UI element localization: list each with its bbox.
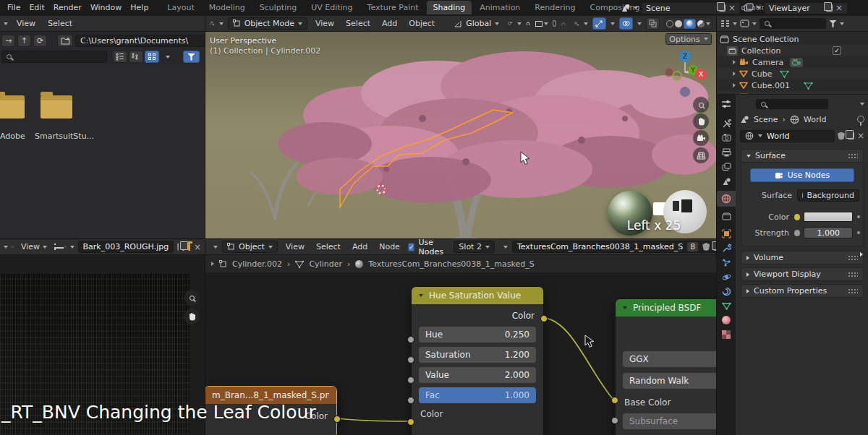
nav-refresh-button[interactable]: ⟳ [33, 35, 47, 47]
magnet-icon[interactable] [526, 20, 530, 28]
viewport-canvas[interactable]: User Perspective (1) Collection | Cylind… [205, 32, 716, 238]
mode-dropdown[interactable]: Object Mode [228, 17, 307, 30]
snap-with-dropdown[interactable] [535, 21, 548, 27]
file-search-input[interactable] [1, 51, 107, 63]
collection-checkbox[interactable]: ✓ [833, 46, 841, 55]
display-thumbnail-button[interactable] [145, 51, 159, 63]
open-image-folder-icon[interactable] [188, 244, 190, 251]
menu-edit[interactable]: Edit [25, 2, 48, 13]
viewport-object-menu[interactable]: Object [405, 18, 438, 29]
principled-bsdf-node[interactable]: Principled BSDF GGX Random Walk Base Col… [615, 298, 716, 435]
tab-physics[interactable] [717, 270, 736, 284]
wireframe-shading-button[interactable] [666, 20, 673, 27]
collapse-chevron-icon[interactable] [623, 306, 627, 309]
editor-type-chevron-icon[interactable] [219, 22, 224, 25]
viewlayer-browse-chevron-icon[interactable] [757, 7, 761, 9]
breadcrumb-material[interactable]: TexturesCom_Branches0038_1_masked_S [368, 259, 534, 269]
custom-properties-panel-header[interactable]: Custom Properties [741, 284, 864, 298]
viewport-view-menu[interactable]: View [312, 18, 338, 29]
tab-output[interactable] [717, 145, 736, 160]
tab-particles[interactable] [717, 255, 736, 270]
viewport-display-panel-header[interactable]: Viewport Display [741, 267, 864, 281]
gizmos-chevron-icon[interactable] [610, 22, 615, 25]
tab-collection[interactable] [717, 209, 736, 223]
distribution-dropdown[interactable]: GGX [623, 351, 716, 367]
panel-grip-icon[interactable] [848, 153, 858, 158]
outliner-row-camera[interactable]: Camera [717, 56, 868, 68]
region-overflow-arrow[interactable] [860, 252, 863, 257]
workspace-tab-uv-editing[interactable]: UV Editing [305, 1, 359, 14]
tab-modifiers[interactable] [717, 241, 736, 255]
nav-forward-button[interactable]: → [1, 35, 15, 47]
hsv-saturation-field[interactable]: Saturation1.200 [419, 347, 536, 363]
breadcrumb-mesh[interactable]: Cylinder [309, 259, 342, 269]
image-zoom-button[interactable] [184, 290, 200, 306]
workspace-tab-texture-paint[interactable]: Texture Paint [361, 1, 425, 14]
scene-browse-chevron-icon[interactable] [634, 7, 638, 9]
breadcrumb-scene[interactable]: Scene [754, 115, 778, 124]
viewport-zoom-button[interactable] [693, 97, 709, 113]
rendered-shading-button[interactable] [697, 20, 705, 27]
outliner-filter-icon[interactable] [829, 20, 837, 27]
xray-toggle[interactable] [646, 17, 660, 30]
display-vertical-list-button[interactable] [113, 51, 127, 63]
world-copy-icon[interactable] [848, 132, 854, 139]
viewport-editor-icon[interactable] [209, 19, 215, 28]
workspace-tab-sculpting[interactable]: Sculpting [253, 1, 303, 14]
subsurface-input-socket[interactable] [611, 417, 618, 424]
volume-panel-header[interactable]: Volume [741, 251, 864, 264]
world-unlink-icon[interactable]: × [857, 132, 864, 140]
options-dropdown[interactable]: Options [665, 33, 712, 45]
expand-icon[interactable] [733, 60, 736, 64]
viewport-select-menu[interactable]: Select [342, 18, 374, 29]
subsurface-field[interactable]: Subsurface [623, 413, 716, 429]
editor-type-chevron-icon[interactable] [733, 22, 737, 25]
snap-chevron-icon[interactable] [517, 22, 522, 25]
image-copy-icon[interactable] [182, 244, 184, 251]
display-size-chevron[interactable] [161, 51, 174, 63]
properties-search-input[interactable] [756, 99, 828, 109]
properties-options-chevron-icon[interactable] [860, 103, 864, 105]
tab-view-layer[interactable] [717, 160, 736, 174]
workspace-tab-shading[interactable]: Shading [427, 1, 472, 14]
expand-icon[interactable] [733, 72, 736, 76]
tab-world[interactable] [717, 191, 736, 207]
scene-copy-icon[interactable] [719, 4, 726, 12]
snap-target-icon[interactable] [508, 19, 513, 28]
properties-editor-type-button[interactable] [717, 96, 736, 112]
menu-window[interactable]: Window [87, 2, 125, 13]
hsv-fac-input-socket[interactable] [407, 397, 414, 404]
camera-view-button[interactable] [693, 130, 709, 146]
color-swatch[interactable] [804, 212, 853, 222]
perspective-toggle-button[interactable] [693, 147, 709, 163]
tab-constraints[interactable] [717, 284, 736, 298]
hsv-value-field[interactable]: Value2.000 [419, 367, 536, 383]
gizmos-toggle[interactable] [592, 17, 606, 30]
filter-button[interactable] [183, 51, 200, 63]
breadcrumb-object[interactable]: Cylinder.002 [232, 259, 282, 269]
viewport-add-menu[interactable]: Add [378, 18, 401, 29]
display-mode-chevron-icon[interactable] [752, 22, 757, 25]
workspace-tab-layout[interactable]: Layout [161, 1, 200, 14]
image-pan-button[interactable] [184, 309, 200, 324]
nav-up-button[interactable]: ↑ [17, 35, 31, 47]
falloff-curve-icon[interactable] [561, 20, 566, 27]
image-color-output-socket[interactable] [333, 415, 341, 423]
image-view-menu[interactable]: View [17, 241, 51, 252]
viewlayer-name-field[interactable]: ViewLayer × [764, 2, 848, 14]
show-gizmo-icon[interactable] [574, 20, 579, 28]
hsv-hue-input-socket[interactable] [407, 336, 414, 343]
image-datablock-icon[interactable] [64, 242, 67, 251]
tab-render[interactable] [717, 131, 736, 145]
scene-name-field[interactable]: Scene × [641, 2, 741, 14]
hamburger-menu-icon[interactable] [54, 244, 56, 250]
tab-object-data[interactable] [717, 298, 736, 313]
transform-orientation-dropdown[interactable]: Global [449, 17, 503, 30]
outliner-row-cube[interactable]: Cube [717, 68, 868, 79]
menu-render[interactable]: Render [50, 2, 85, 13]
navigation-gizmo[interactable]: Z Y X [658, 46, 715, 98]
breadcrumb-world[interactable]: World [804, 115, 827, 124]
tab-material[interactable] [717, 313, 736, 327]
collapse-chevron-icon[interactable] [419, 294, 423, 297]
hsv-value-input-socket[interactable] [407, 376, 414, 384]
